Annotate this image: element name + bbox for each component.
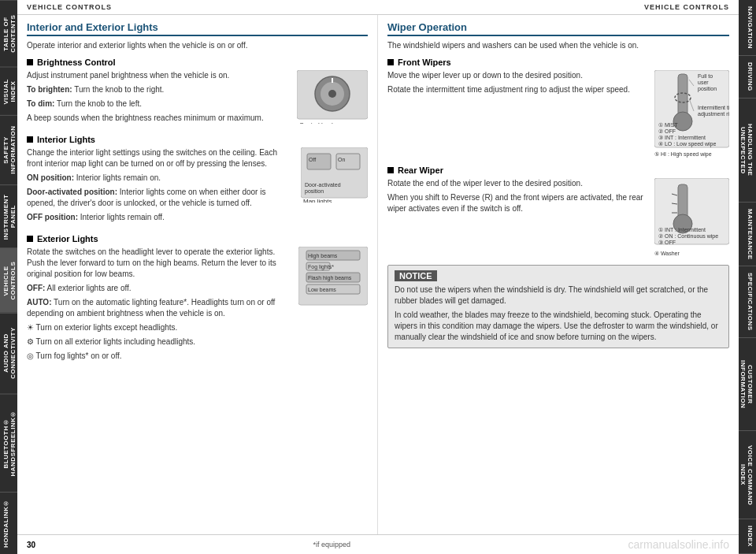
top-header: VEHICLE CONTROLS VEHICLE CONTROLS bbox=[17, 0, 739, 15]
svg-rect-24 bbox=[678, 74, 687, 117]
svg-text:③ OFF: ③ OFF bbox=[658, 240, 676, 245]
rear-wiper-body2: When you shift to Reverse (R) and the fr… bbox=[387, 192, 648, 214]
front-wiper-svg: Full to user position Intermittent time … bbox=[654, 70, 729, 153]
svg-text:Low beams: Low beams bbox=[308, 287, 336, 292]
front-wipers-text: Move the wiper lever up or down to the d… bbox=[387, 70, 648, 99]
exterior-row: Rotate the switches on the headlight lev… bbox=[27, 247, 368, 365]
exterior-item-headlight: ⚙ Turn on all exterior lights including … bbox=[27, 336, 292, 348]
sidebar-tab-voice[interactable]: VOICE COMMAND INDEX bbox=[739, 431, 756, 519]
left-section-intro: Operate interior and exterior lights whe… bbox=[27, 40, 368, 51]
interior-body: Change the interior light settings using… bbox=[27, 147, 295, 169]
exterior-title: Exterior Lights bbox=[27, 234, 368, 244]
exterior-item-fog: ◎ Turn fog lights* on or off. bbox=[27, 351, 292, 362]
front-wipers-bullet bbox=[387, 59, 394, 65]
svg-text:High beams: High beams bbox=[308, 253, 338, 259]
svg-text:Fog lights*: Fog lights* bbox=[308, 264, 334, 270]
svg-text:adjustment ring: adjustment ring bbox=[698, 111, 729, 117]
front-wipers-body2: Rotate the intermittent time adjustment … bbox=[387, 84, 648, 95]
brightness-image: Control knob bbox=[297, 70, 368, 125]
sidebar-tab-audio[interactable]: AUDIO AND CONNECTIVITY bbox=[0, 313, 17, 393]
svg-text:Map lights: Map lights bbox=[303, 198, 332, 203]
right-column: Wiper Operation The windshield wipers an… bbox=[378, 15, 739, 534]
brightness-section: Brightness Control Adjust instrument pan… bbox=[27, 58, 368, 127]
header-left-label: VEHICLE CONTROLS bbox=[27, 3, 112, 11]
brightness-text: Adjust instrument panel brightness when … bbox=[27, 70, 291, 127]
footnote: *if equipped bbox=[313, 541, 351, 548]
notice-paragraph-2: In cold weather, the blades may freeze t… bbox=[395, 310, 722, 343]
exterior-text: Rotate the switches on the headlight lev… bbox=[27, 247, 292, 365]
svg-text:② ON : Continuous wipe: ② ON : Continuous wipe bbox=[658, 233, 718, 240]
right-section-title: Wiper Operation bbox=[387, 21, 729, 36]
svg-text:② OFF: ② OFF bbox=[658, 128, 676, 134]
notice-box: NOTICE Do not use the wipers when the wi… bbox=[387, 265, 729, 348]
interior-item-2: OFF position: Interior lights remain off… bbox=[27, 212, 295, 223]
svg-text:Full to: Full to bbox=[698, 73, 713, 79]
svg-text:position: position bbox=[698, 86, 717, 92]
svg-text:Flash high beams: Flash high beams bbox=[308, 275, 352, 281]
right-sidebar: NAVIGATION DRIVING HANDLING THE UNEXPECT… bbox=[739, 0, 756, 554]
exterior-item-auto: AUTO: Turn on the automatic lighting fea… bbox=[27, 297, 292, 319]
sidebar-tab-safety[interactable]: SAFETY INFORMATION bbox=[0, 115, 17, 184]
sidebar-tab-specifications[interactable]: SPECIFICATIONS bbox=[739, 266, 756, 338]
sidebar-tab-vehicle[interactable]: VEHICLE CONTROLS bbox=[0, 248, 17, 313]
front-wipers-title: Front Wipers bbox=[387, 58, 729, 67]
front-wipers-section: Front Wipers Move the wiper lever up or … bbox=[387, 58, 729, 158]
interior-bullet bbox=[27, 136, 33, 143]
svg-text:① INT : Intermittent: ① INT : Intermittent bbox=[658, 227, 706, 232]
rear-wiper-body1: Rotate the end of the wiper lever to the… bbox=[387, 178, 648, 189]
rear-wiper-text: Rotate the end of the wiper lever to the… bbox=[387, 178, 648, 218]
front-wipers-diagram: Full to user position Intermittent time … bbox=[654, 70, 729, 158]
interior-row: Change the interior light settings using… bbox=[27, 147, 368, 226]
svg-text:On: On bbox=[338, 157, 345, 162]
svg-text:③ INT : Intermittent: ③ INT : Intermittent bbox=[658, 135, 706, 140]
sidebar-tab-driving[interactable]: DRIVING bbox=[739, 56, 756, 99]
content-columns: Interior and Exterior Lights Operate int… bbox=[17, 15, 739, 534]
rear-wiper-section: Rear Wiper Rotate the end of the wiper l… bbox=[387, 165, 729, 257]
header-right-label: VEHICLE CONTROLS bbox=[644, 3, 729, 11]
sidebar-tab-maintenance[interactable]: MAINTENANCE bbox=[739, 203, 756, 267]
sidebar-tab-hondalink[interactable]: HONDALINK® bbox=[0, 492, 17, 554]
svg-text:Off: Off bbox=[309, 157, 316, 162]
rear-wiper-label-washer: ④ Washer bbox=[654, 251, 729, 257]
control-knob-svg: Control knob bbox=[297, 70, 368, 124]
front-wipers-body1: Move the wiper lever up or down to the d… bbox=[387, 70, 648, 81]
rear-wiper-row: Rotate the end of the wiper lever to the… bbox=[387, 178, 729, 257]
map-lights-svg: Off On Door-activated position Map light… bbox=[301, 147, 368, 203]
sidebar-tab-index[interactable]: INDEX bbox=[739, 519, 756, 554]
right-section-intro: The windshield wipers and washers can be… bbox=[387, 40, 729, 51]
watermark-text: carmanualsoline.info bbox=[628, 538, 729, 551]
exterior-bullet bbox=[27, 236, 33, 242]
interior-text: Change the interior light settings using… bbox=[27, 147, 295, 226]
svg-point-3 bbox=[328, 90, 336, 98]
sidebar-tab-visual[interactable]: VISUAL INDEX bbox=[0, 67, 17, 116]
page-number: 30 bbox=[27, 541, 35, 549]
rear-wiper-title: Rear Wiper bbox=[387, 165, 729, 175]
svg-text:④ LO : Low speed wipe: ④ LO : Low speed wipe bbox=[658, 141, 716, 147]
brightness-item-0: To brighten: Turn the knob to the right. bbox=[27, 84, 291, 95]
sidebar-tab-navigation[interactable]: NAVIGATION bbox=[739, 0, 756, 56]
sidebar-tab-toc[interactable]: TABLE OF CONTENTS bbox=[0, 0, 17, 67]
notice-paragraph-1: Do not use the wipers when the windshiel… bbox=[395, 284, 722, 307]
svg-text:Intermittent time: Intermittent time bbox=[698, 105, 729, 110]
rear-wiper-svg: ① INT : Intermittent ② ON : Continuous w… bbox=[654, 178, 729, 249]
left-sidebar: TABLE OF CONTENTS VISUAL INDEX SAFETY IN… bbox=[0, 0, 17, 554]
svg-text:Control knob: Control knob bbox=[299, 121, 335, 124]
sidebar-tab-handling[interactable]: HANDLING THE UNEXPECTED bbox=[739, 99, 756, 203]
brightness-item-2: A beep sounds when the brightness reache… bbox=[27, 113, 291, 124]
exterior-section: Exterior Lights Rotate the switches on t… bbox=[27, 234, 368, 365]
brightness-body: Adjust instrument panel brightness when … bbox=[27, 70, 291, 81]
left-section-title: Interior and Exterior Lights bbox=[27, 21, 368, 36]
svg-text:position: position bbox=[305, 188, 324, 195]
sidebar-tab-instrument[interactable]: INSTRUMENT PANEL bbox=[0, 184, 17, 248]
exterior-image: High beams Fog lights* Flash high beams … bbox=[298, 247, 368, 311]
sidebar-tab-bluetooth[interactable]: BLUETOOTH® HANDSFREELINK® bbox=[0, 393, 17, 492]
interior-item-1: Door-activated position: Interior lights… bbox=[27, 187, 295, 209]
interior-item-0: ON position: Interior lights remain on. bbox=[27, 173, 295, 184]
svg-text:① MIST: ① MIST bbox=[658, 122, 678, 128]
sidebar-tab-customer[interactable]: CUSTOMER INFORMATION bbox=[739, 338, 756, 431]
interior-title: Interior Lights bbox=[27, 135, 368, 144]
notice-header: NOTICE bbox=[395, 270, 437, 281]
brightness-row: Adjust instrument panel brightness when … bbox=[27, 70, 368, 127]
exterior-item-off: OFF: All exterior lights are off. bbox=[27, 283, 292, 294]
brightness-item-1: To dim: Turn the knob to the left. bbox=[27, 99, 291, 110]
